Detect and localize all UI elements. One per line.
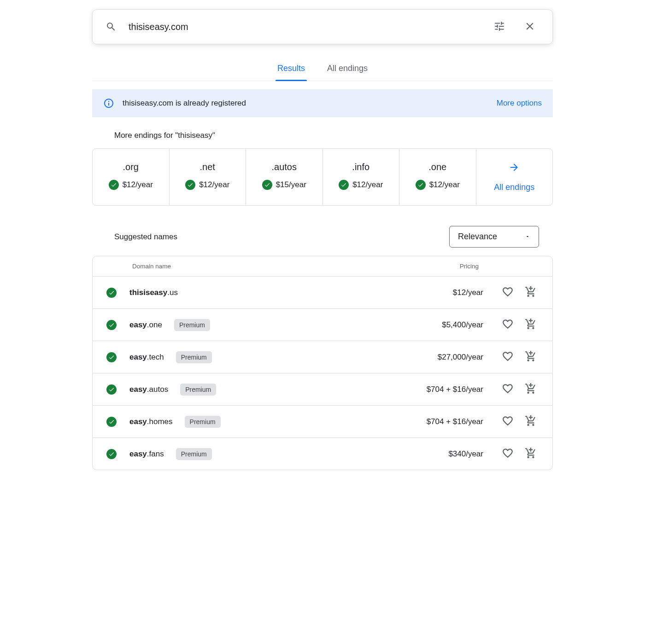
ending-card[interactable]: .net$12/year: [170, 149, 246, 205]
suggested-names-title: Suggested names: [114, 232, 177, 242]
domain-name: easy.homes: [129, 417, 173, 426]
add-to-cart-button[interactable]: [523, 381, 539, 398]
domain-price: $340/year: [448, 449, 483, 459]
domain-name: easy.tech: [129, 353, 164, 362]
add-to-cart-button[interactable]: [523, 349, 539, 366]
table-header: Domain name Pricing: [93, 256, 552, 277]
check-icon: [106, 449, 117, 459]
ending-tld: .info: [352, 162, 369, 172]
check-icon: [106, 320, 117, 330]
favorite-button[interactable]: [500, 316, 516, 333]
domain-price: $12/year: [453, 288, 483, 297]
col-domain-name: Domain name: [132, 263, 171, 270]
domain-name: easy.one: [129, 320, 162, 330]
premium-chip: Premium: [180, 384, 216, 396]
ending-price-row: $15/year: [262, 180, 306, 190]
more-endings-heading: More endings for "thisiseasy": [92, 117, 553, 148]
domain-price: $5,400/year: [442, 320, 483, 330]
table-row[interactable]: easy.fansPremium$340/year: [93, 438, 552, 470]
domain-name: easy.autos: [129, 385, 168, 394]
search-icon: [106, 21, 117, 32]
table-row[interactable]: easy.techPremium$27,000/year: [93, 341, 552, 373]
arrow-right-icon: [509, 162, 520, 175]
ending-tld: .org: [123, 162, 139, 172]
ending-tld: .autos: [272, 162, 297, 172]
domain-price: $27,000/year: [438, 353, 483, 362]
table-row[interactable]: thisiseasy.us$12/year: [93, 277, 552, 309]
check-icon: [416, 180, 426, 190]
ending-tld: .one: [428, 162, 446, 172]
ending-price: $12/year: [123, 180, 153, 189]
check-icon: [106, 417, 117, 427]
premium-chip: Premium: [176, 448, 212, 460]
ending-card[interactable]: .org$12/year: [93, 149, 170, 205]
all-endings-label: All endings: [494, 183, 534, 192]
heart-icon: [502, 318, 514, 331]
favorite-button[interactable]: [500, 413, 516, 430]
endings-grid: .org$12/year.net$12/year.autos$15/year.i…: [92, 148, 553, 206]
favorite-button[interactable]: [500, 349, 516, 366]
add-cart-icon: [525, 383, 537, 396]
results-tabs: Results All endings: [92, 57, 553, 81]
domain-name: easy.fans: [129, 449, 164, 459]
heart-icon: [502, 447, 514, 461]
add-cart-icon: [525, 447, 537, 461]
heart-icon: [502, 415, 514, 428]
check-icon: [106, 352, 117, 362]
add-to-cart-button[interactable]: [523, 445, 539, 462]
check-icon: [339, 180, 349, 190]
add-to-cart-button[interactable]: [523, 413, 539, 430]
ending-card[interactable]: .autos$15/year: [246, 149, 323, 205]
ending-tld: .net: [200, 162, 215, 172]
table-row[interactable]: easy.autosPremium$704 + $16/year: [93, 373, 552, 406]
favorite-button[interactable]: [500, 284, 516, 301]
check-icon: [262, 180, 272, 190]
domain-price: $704 + $16/year: [427, 417, 483, 426]
favorite-button[interactable]: [500, 445, 516, 462]
ending-price: $12/year: [199, 180, 229, 189]
clear-button[interactable]: [520, 17, 539, 37]
sort-select-value: Relevance: [458, 232, 497, 242]
search-input[interactable]: [128, 21, 479, 33]
add-cart-icon: [525, 286, 537, 299]
ending-price: $12/year: [429, 180, 460, 189]
tab-all-endings[interactable]: All endings: [325, 57, 369, 81]
add-to-cart-button[interactable]: [523, 284, 539, 301]
info-icon: [103, 98, 114, 109]
premium-chip: Premium: [176, 351, 212, 363]
close-icon: [524, 20, 536, 34]
ending-card[interactable]: .one$12/year: [399, 149, 476, 205]
sort-select[interactable]: Relevance: [449, 226, 539, 248]
table-row[interactable]: easy.homesPremium$704 + $16/year: [93, 406, 552, 438]
filter-button[interactable]: [490, 17, 509, 37]
tune-icon: [493, 20, 505, 34]
all-endings-card[interactable]: All endings: [476, 149, 553, 205]
add-cart-icon: [525, 415, 537, 428]
check-icon: [185, 180, 195, 190]
ending-price-row: $12/year: [416, 180, 460, 190]
dropdown-icon: [525, 232, 530, 242]
search-bar: [92, 9, 553, 44]
ending-price-row: $12/year: [339, 180, 383, 190]
favorite-button[interactable]: [500, 381, 516, 398]
ending-price: $12/year: [352, 180, 383, 189]
check-icon: [109, 180, 119, 190]
suggested-header: Suggested names Relevance: [92, 206, 553, 256]
check-icon: [106, 288, 117, 298]
already-registered-banner: thisiseasy.com is already registered Mor…: [92, 89, 553, 117]
suggested-domains-table: Domain name Pricing thisiseasy.us$12/yea…: [92, 256, 553, 470]
col-pricing: Pricing: [460, 263, 479, 270]
heart-icon: [502, 286, 514, 299]
table-row[interactable]: easy.onePremium$5,400/year: [93, 309, 552, 341]
add-to-cart-button[interactable]: [523, 316, 539, 333]
more-options-link[interactable]: More options: [497, 99, 542, 108]
premium-chip: Premium: [174, 319, 210, 331]
add-cart-icon: [525, 318, 537, 331]
domain-name: thisiseasy.us: [129, 288, 178, 297]
ending-price: $15/year: [276, 180, 306, 189]
tab-results[interactable]: Results: [276, 57, 307, 81]
domain-price: $704 + $16/year: [427, 385, 483, 394]
ending-card[interactable]: .info$12/year: [323, 149, 400, 205]
premium-chip: Premium: [185, 416, 221, 428]
heart-icon: [502, 383, 514, 396]
